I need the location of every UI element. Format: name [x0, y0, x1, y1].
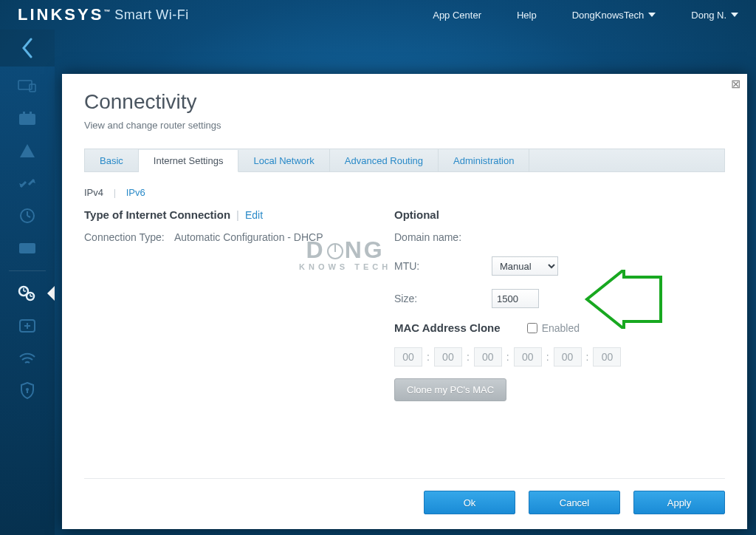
chevron-left-icon: [21, 38, 34, 58]
nav-help[interactable]: Help: [517, 10, 537, 21]
connection-type-label: Connection Type:: [84, 231, 165, 243]
sidebar-item-wireless[interactable]: [0, 342, 55, 375]
sidebar-item-security[interactable]: [0, 375, 55, 407]
svg-rect-4: [30, 112, 32, 115]
connection-type-heading: Type of Internet Connection|Edit: [84, 208, 350, 221]
mac-address-fields: : : : : :: [394, 347, 725, 367]
connection-type-value: Automatic Configuration - DHCP: [174, 231, 323, 243]
svg-rect-1: [30, 84, 35, 92]
mac-enabled-input[interactable]: [527, 323, 537, 333]
size-input[interactable]: [492, 289, 539, 308]
ok-button[interactable]: Ok: [424, 491, 515, 514]
mac-octet-3[interactable]: [514, 347, 542, 367]
sidebar-item-devices[interactable]: [0, 69, 55, 102]
clone-mac-button[interactable]: Clone my PC's MAC: [394, 378, 506, 401]
subtab-ipv6[interactable]: IPv6: [126, 187, 145, 198]
nav-app-center[interactable]: App Center: [433, 10, 481, 21]
svg-rect-3: [23, 112, 25, 115]
dialog-button-bar: Ok Cancel Apply: [84, 478, 725, 529]
tab-advanced-routing[interactable]: Advanced Routing: [330, 149, 439, 171]
size-label: Size:: [394, 293, 483, 304]
page-title: Connectivity: [84, 90, 725, 114]
apply-button[interactable]: Apply: [633, 491, 725, 514]
mac-clone-heading: MAC Address Clone: [394, 321, 501, 334]
mac-octet-0[interactable]: [394, 347, 422, 367]
sidebar: [0, 67, 55, 535]
nav-user-dropdown[interactable]: Dong N.: [691, 10, 738, 21]
mtu-select[interactable]: Manual: [492, 256, 558, 276]
app-header: LINKSYS™ Smart Wi-Fi App Center Help Don…: [0, 0, 756, 30]
chevron-down-icon: [731, 13, 738, 17]
tab-administration[interactable]: Administration: [439, 149, 529, 171]
mac-octet-4[interactable]: [554, 347, 582, 367]
mtu-label: MTU:: [394, 260, 483, 272]
ip-version-tabs: IPv4 | IPv6: [84, 187, 725, 198]
chevron-down-icon: [648, 13, 656, 17]
domain-label: Domain name:: [394, 231, 483, 243]
sidebar-item-priority[interactable]: [0, 134, 55, 167]
svg-rect-2: [19, 114, 35, 125]
tab-basic[interactable]: Basic: [85, 149, 139, 171]
tab-internet-settings[interactable]: Internet Settings: [139, 150, 239, 172]
optional-heading: Optional: [394, 208, 725, 221]
nav-account-dropdown[interactable]: DongKnowsTech: [572, 10, 656, 21]
svg-rect-11: [27, 389, 28, 393]
close-button[interactable]: ⊠: [729, 78, 741, 90]
sidebar-item-clock[interactable]: [0, 200, 55, 232]
tab-local-network[interactable]: Local Network: [238, 149, 329, 171]
sidebar-item-speed[interactable]: [0, 167, 55, 200]
mac-octet-5[interactable]: [593, 347, 621, 367]
sidebar-item-parental[interactable]: [0, 102, 55, 134]
brand-logo: LINKSYS™: [18, 5, 110, 24]
sidebar-item-storage[interactable]: [0, 232, 55, 265]
cancel-button[interactable]: Cancel: [529, 491, 620, 514]
subtab-ipv4[interactable]: IPv4: [84, 187, 103, 198]
tab-bar: Basic Internet Settings Local Network Ad…: [84, 149, 725, 172]
edit-link[interactable]: Edit: [245, 209, 263, 221]
sidebar-item-troubleshoot[interactable]: [0, 310, 55, 342]
sidebar-item-connectivity[interactable]: [0, 277, 55, 310]
mac-enabled-checkbox[interactable]: Enabled: [527, 322, 580, 334]
brand-subtitle: Smart Wi-Fi: [114, 7, 188, 23]
mac-octet-2[interactable]: [474, 347, 502, 367]
page-subtitle: View and change router settings: [84, 120, 725, 131]
svg-rect-6: [19, 243, 35, 253]
mac-octet-1[interactable]: [434, 347, 462, 367]
back-button[interactable]: [0, 30, 55, 67]
annotation-arrow: [583, 270, 664, 329]
